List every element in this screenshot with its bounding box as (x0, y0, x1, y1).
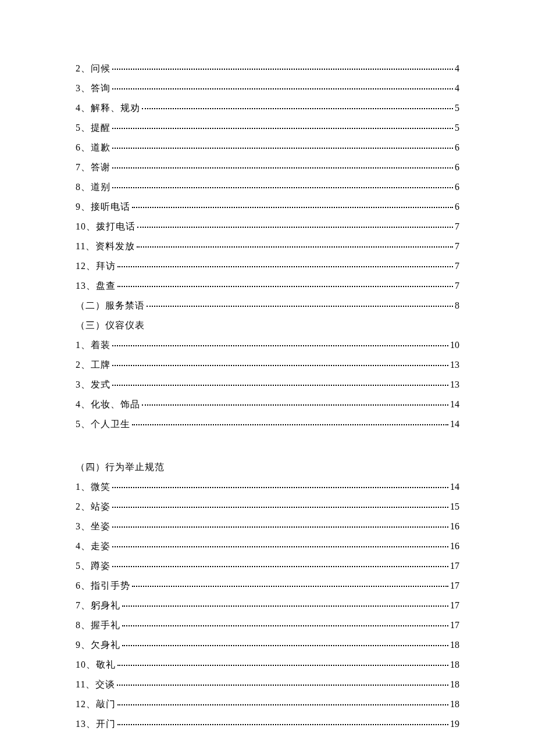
toc-label: 9、欠身礼 (76, 640, 120, 650)
toc-label: 12、拜访 (76, 261, 116, 271)
toc-leader-dots (117, 719, 448, 725)
toc-entry: 6、道歉6 (76, 143, 459, 152)
toc-leader-dots (142, 103, 453, 109)
toc-entry: 1、着装10 (76, 341, 459, 350)
toc-entry: 9、欠身礼18 (76, 640, 459, 650)
toc-entry: 6、指引手势17 (76, 581, 459, 590)
toc-entry: 11、资料发放7 (76, 242, 459, 251)
toc-leader-dots (112, 123, 453, 129)
toc-entry: 3、发式13 (76, 380, 459, 389)
toc-page-number: 17 (450, 561, 459, 571)
toc-entry: 2、工牌13 (76, 360, 459, 370)
toc-label: 4、解释、规劝 (76, 103, 140, 113)
toc-label: 1、着装 (76, 341, 110, 350)
toc-label: 7、躬身礼 (76, 601, 120, 610)
toc-page-number: 6 (455, 182, 459, 192)
toc-leader-dots (137, 221, 453, 228)
toc-page-number: 18 (450, 660, 459, 669)
toc-leader-dots (112, 162, 453, 169)
toc-label: 2、问候 (76, 64, 110, 73)
toc-leader-dots (117, 679, 448, 686)
document-page: 2、问候43、答询44、解释、规劝55、提醒56、道歉67、答谢68、道别69、… (0, 0, 535, 756)
toc-label: 9、接听电话 (76, 202, 130, 212)
toc-leader-dots (117, 281, 453, 287)
toc-page-number: 5 (455, 123, 459, 132)
toc-page-number: 14 (450, 482, 459, 492)
toc-entry: 5、提醒5 (76, 123, 459, 132)
toc-label: 13、盘查 (76, 281, 116, 291)
toc-entry: 12、敲门18 (76, 700, 459, 709)
toc-page-number: 17 (450, 621, 459, 630)
toc-entry: 4、走姿16 (76, 542, 459, 551)
toc-entry: 11、交谈18 (76, 680, 459, 689)
toc-leader-dots (147, 300, 453, 307)
toc-leader-dots (132, 202, 453, 208)
toc-leader-dots (112, 541, 448, 547)
toc-entry: 4、化妆、饰品14 (76, 400, 459, 409)
toc-entry: 1、微笑14 (76, 482, 459, 492)
toc-entry: 13、盘查7 (76, 281, 459, 291)
toc-label: 8、握手礼 (76, 621, 120, 630)
toc-section-heading: （二）服务禁语8 (76, 301, 459, 310)
toc-entry: 2、问候4 (76, 64, 459, 73)
toc-label: 8、道别 (76, 182, 110, 192)
toc-leader-dots (112, 360, 448, 366)
toc-entry: 10、拨打电话7 (76, 222, 459, 231)
toc-label: 3、答询 (76, 84, 110, 93)
toc-leader-dots (117, 660, 448, 666)
toc-entry: 7、躬身礼17 (76, 601, 459, 610)
toc-leader-dots (122, 600, 448, 607)
toc-entry: 12、拜访7 (76, 261, 459, 271)
toc-page-number: 7 (455, 242, 459, 251)
toc-page-number: 7 (455, 222, 459, 231)
toc-page-number: 6 (455, 202, 459, 212)
toc-leader-dots (112, 501, 448, 508)
toc-label: 11、资料发放 (76, 242, 135, 251)
toc-leader-dots (122, 620, 448, 626)
toc-page-number: 14 (450, 400, 459, 409)
toc-label: 3、发式 (76, 380, 110, 389)
toc-label: 4、化妆、饰品 (76, 400, 140, 409)
toc-label: （三）仪容仪表 (76, 321, 145, 330)
toc-leader-dots (112, 340, 448, 346)
toc-page-number: 18 (450, 640, 459, 650)
toc-entry: 3、答询4 (76, 84, 459, 93)
toc-label: 5、个人卫生 (76, 420, 130, 429)
toc-entry: 8、道别6 (76, 182, 459, 192)
toc-page-number: 18 (450, 700, 459, 709)
toc-page-number: 5 (455, 103, 459, 113)
toc-entry: 5、个人卫生14 (76, 420, 459, 429)
toc-entry: 3、坐姿16 (76, 522, 459, 531)
toc-page-number: 13 (450, 360, 459, 370)
toc-entry: 2、站姿15 (76, 502, 459, 511)
toc-entry: 7、答谢6 (76, 163, 459, 172)
toc-label: 2、工牌 (76, 360, 110, 370)
toc-page-number: 7 (455, 261, 459, 271)
toc-label: 5、提醒 (76, 123, 110, 132)
toc-label: 10、敬礼 (76, 660, 116, 669)
toc-label: 11、交谈 (76, 680, 115, 689)
toc-leader-dots (112, 379, 448, 386)
toc-label: 2、站姿 (76, 502, 110, 511)
toc-leader-dots (117, 699, 448, 705)
table-of-contents: 2、问候43、答询44、解释、规劝55、提醒56、道歉67、答谢68、道别69、… (76, 64, 459, 729)
toc-page-number: 10 (450, 341, 459, 350)
toc-label: （四）行为举止规范 (76, 463, 165, 472)
toc-leader-dots (122, 640, 448, 646)
toc-leader-dots (142, 399, 448, 406)
toc-page-number: 17 (450, 601, 459, 610)
toc-page-number: 13 (450, 380, 459, 389)
toc-label: 7、答谢 (76, 163, 110, 172)
toc-label: 4、走姿 (76, 542, 110, 551)
toc-page-number: 7 (455, 281, 459, 291)
toc-entry: 5、蹲姿17 (76, 561, 459, 571)
toc-leader-dots (112, 83, 453, 89)
toc-entry: 13、开门19 (76, 719, 459, 729)
toc-page-number: 18 (450, 680, 459, 689)
toc-leader-dots (112, 482, 448, 488)
toc-page-number: 15 (450, 502, 459, 511)
toc-page-number: 8 (455, 301, 459, 310)
toc-leader-dots (132, 419, 448, 425)
toc-page-number: 16 (450, 522, 459, 531)
toc-label: 1、微笑 (76, 482, 110, 492)
